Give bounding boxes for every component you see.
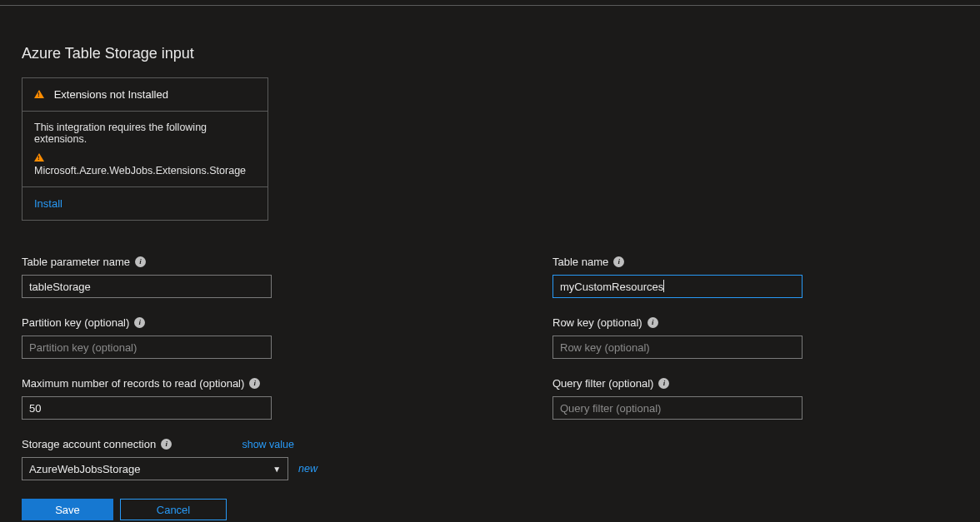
warning-header-row: Extensions not Installed bbox=[22, 78, 268, 112]
label-text: Storage account connection bbox=[22, 438, 156, 450]
warning-body: This integration requires the following … bbox=[22, 112, 268, 187]
table-parameter-name-input[interactable] bbox=[22, 275, 272, 298]
show-value-link[interactable]: show value bbox=[242, 439, 294, 450]
left-column: Table parameter name i Partition key (op… bbox=[22, 256, 428, 520]
info-icon[interactable]: i bbox=[648, 317, 658, 328]
label-text: Partition key (optional) bbox=[22, 316, 129, 329]
warning-extension-name: Microsoft.Azure.WebJobs.Extensions.Stora… bbox=[34, 165, 246, 176]
label-text: Query filter (optional) bbox=[552, 377, 653, 390]
text-caret bbox=[663, 280, 664, 292]
field-storage-connection: Storage account connection i show value … bbox=[22, 438, 428, 480]
table-name-input[interactable] bbox=[552, 275, 802, 298]
field-query-filter: Query filter (optional) i bbox=[552, 377, 958, 420]
install-link[interactable]: Install bbox=[34, 197, 62, 210]
storage-connection-selected: AzureWebJobsStorage bbox=[29, 463, 140, 475]
query-filter-input[interactable] bbox=[552, 396, 802, 420]
warning-extension-row: Microsoft.Azure.WebJobs.Extensions.Stora… bbox=[34, 152, 256, 176]
info-icon[interactable]: i bbox=[135, 256, 146, 267]
info-icon[interactable]: i bbox=[161, 439, 172, 450]
cancel-button[interactable]: Cancel bbox=[120, 499, 227, 520]
label-text: Table parameter name bbox=[22, 256, 130, 268]
label-max-records: Maximum number of records to read (optio… bbox=[22, 377, 428, 390]
label-query-filter: Query filter (optional) i bbox=[552, 377, 958, 390]
max-records-input[interactable] bbox=[22, 396, 272, 420]
field-table-parameter-name: Table parameter name i bbox=[22, 256, 428, 298]
label-table-parameter-name: Table parameter name i bbox=[22, 256, 428, 268]
page-container: Azure Table Storage input Extensions not… bbox=[22, 45, 958, 520]
warning-requires-text: This integration requires the following … bbox=[34, 122, 256, 145]
warning-install-row: Install bbox=[22, 187, 268, 220]
label-text: Maximum number of records to read (optio… bbox=[22, 377, 244, 390]
field-table-name: Table name i bbox=[552, 256, 958, 298]
right-column: Table name i Row key (optional) i Query … bbox=[552, 256, 958, 520]
field-max-records: Maximum number of records to read (optio… bbox=[22, 377, 428, 420]
label-partition-key: Partition key (optional) i bbox=[22, 316, 428, 329]
storage-connection-row: AzureWebJobsStorage ▼ new bbox=[22, 457, 318, 480]
label-row-key: Row key (optional) i bbox=[552, 316, 958, 329]
info-icon[interactable]: i bbox=[134, 317, 145, 328]
action-buttons: Save Cancel bbox=[22, 499, 428, 520]
info-icon[interactable]: i bbox=[613, 256, 624, 267]
form-columns: Table parameter name i Partition key (op… bbox=[22, 256, 958, 520]
warning-header-text: Extensions not Installed bbox=[54, 88, 168, 101]
label-text: Row key (optional) bbox=[552, 316, 642, 329]
extensions-warning-card: Extensions not Installed This integratio… bbox=[22, 77, 268, 221]
info-icon[interactable]: i bbox=[658, 378, 669, 389]
warning-icon bbox=[34, 153, 44, 162]
chevron-down-icon: ▼ bbox=[272, 465, 281, 474]
new-connection-link[interactable]: new bbox=[298, 463, 318, 475]
label-text: Table name bbox=[552, 256, 608, 268]
save-button[interactable]: Save bbox=[22, 499, 113, 520]
label-storage-connection: Storage account connection i show value bbox=[22, 438, 294, 450]
top-divider bbox=[0, 5, 980, 6]
warning-icon bbox=[34, 90, 44, 98]
storage-connection-select[interactable]: AzureWebJobsStorage ▼ bbox=[22, 457, 288, 480]
page-title: Azure Table Storage input bbox=[22, 45, 958, 62]
row-key-input[interactable] bbox=[552, 336, 802, 359]
info-icon[interactable]: i bbox=[249, 378, 260, 389]
field-partition-key: Partition key (optional) i bbox=[22, 316, 428, 359]
partition-key-input[interactable] bbox=[22, 336, 272, 359]
field-row-key: Row key (optional) i bbox=[552, 316, 958, 359]
label-table-name: Table name i bbox=[552, 256, 958, 268]
